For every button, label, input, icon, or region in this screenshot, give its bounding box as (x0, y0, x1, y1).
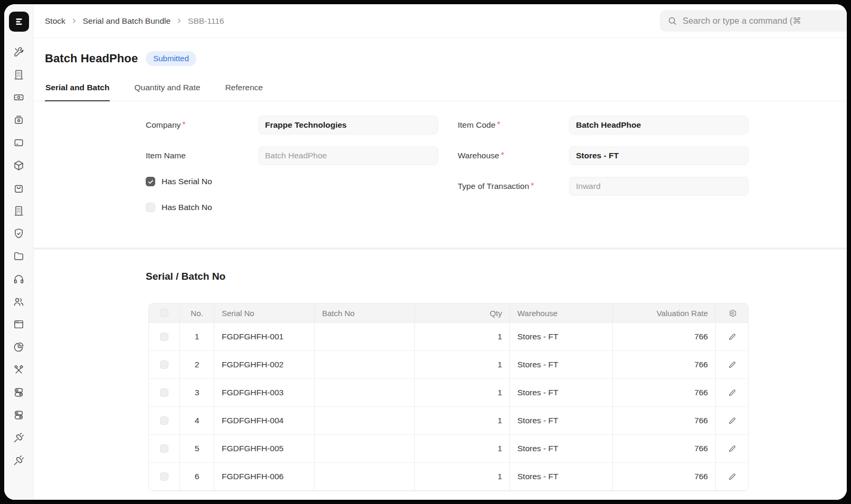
cell-valuation-rate[interactable]: 766 (613, 435, 716, 462)
row-checkbox[interactable] (160, 360, 168, 369)
edit-row-pencil-icon[interactable] (728, 332, 737, 341)
has-batch-no-label: Has Batch No (162, 203, 212, 212)
table-row: 3FGDFGHFH-0031Stores - FT766 (149, 379, 748, 407)
cell-qty[interactable]: 1 (415, 323, 510, 350)
cell-valuation-rate[interactable]: 766 (613, 351, 716, 378)
stock-box-icon[interactable] (13, 159, 25, 172)
sidebar-nav (13, 45, 25, 467)
card-icon[interactable] (13, 136, 25, 149)
required-marker: * (182, 120, 185, 129)
edit-row-pencil-icon[interactable] (728, 388, 737, 397)
search-input[interactable] (683, 16, 847, 26)
cell-warehouse[interactable]: Stores - FT (510, 379, 613, 406)
col-header-no: No. (180, 303, 214, 322)
row-checkbox[interactable] (160, 472, 168, 481)
edit-row-pencil-icon[interactable] (728, 360, 737, 369)
status-badge: Submitted (146, 51, 196, 66)
breadcrumb-serial-and-batch-bundle[interactable]: Serial and Batch Bundle (83, 16, 171, 26)
warehouse-field[interactable] (569, 146, 749, 165)
cell-warehouse[interactable]: Stores - FT (510, 351, 613, 378)
cell-batch-no[interactable] (315, 435, 415, 462)
required-marker: * (497, 120, 500, 129)
edit-row-pencil-icon[interactable] (728, 472, 737, 481)
cell-batch-no[interactable] (315, 351, 415, 378)
cell-warehouse[interactable]: Stores - FT (510, 463, 613, 490)
cell-qty[interactable]: 1 (415, 379, 510, 406)
shield-check-icon[interactable] (13, 227, 25, 240)
toggles-icon[interactable] (13, 386, 25, 398)
cell-serial-no[interactable]: FGDFGHFH-004 (214, 407, 315, 434)
folder-icon[interactable] (13, 250, 25, 262)
col-header-warehouse: Warehouse (510, 303, 613, 322)
company-field[interactable] (258, 116, 438, 135)
sidebar (4, 4, 34, 500)
cell-qty[interactable]: 1 (415, 463, 510, 490)
table-row: 5FGDFGHFH-0051Stores - FT766 (149, 435, 748, 463)
cell-warehouse[interactable]: Stores - FT (510, 435, 613, 462)
shopping-bag-icon[interactable] (13, 182, 25, 194)
row-checkbox[interactable] (160, 416, 168, 425)
pie-chart-icon[interactable] (13, 340, 25, 353)
chevron-right-icon (71, 17, 78, 24)
grid-settings-gear-icon[interactable] (728, 309, 737, 318)
browser-window-icon[interactable] (13, 318, 25, 330)
cell-valuation-rate[interactable]: 766 (613, 323, 716, 350)
cell-no: 6 (180, 463, 214, 490)
cell-warehouse[interactable]: Stores - FT (510, 323, 613, 350)
cell-serial-no[interactable]: FGDFGHFH-003 (214, 379, 315, 406)
plug-icon[interactable] (13, 431, 25, 444)
cell-no: 5 (180, 435, 214, 462)
required-marker: * (531, 182, 534, 191)
breadcrumb-stock[interactable]: Stock (45, 16, 65, 26)
cell-qty[interactable]: 1 (415, 407, 510, 434)
edit-row-pencil-icon[interactable] (728, 444, 737, 453)
select-all-checkbox[interactable] (160, 309, 168, 317)
app-window: Stock Serial and Batch Bundle SBB-1116 B… (4, 4, 847, 500)
edit-row-pencil-icon[interactable] (728, 416, 737, 425)
item-code-field[interactable] (569, 116, 749, 135)
building-icon[interactable] (13, 204, 25, 217)
money-icon[interactable] (13, 91, 25, 103)
headphones-icon[interactable] (13, 272, 25, 285)
has-serial-no-checkbox[interactable] (146, 177, 155, 186)
cell-serial-no[interactable]: FGDFGHFH-005 (214, 435, 315, 462)
main-area: Stock Serial and Batch Bundle SBB-1116 B… (34, 4, 847, 500)
cell-no: 2 (180, 351, 214, 378)
cell-batch-no[interactable] (315, 407, 415, 434)
cell-batch-no[interactable] (315, 379, 415, 406)
search-icon (667, 16, 677, 26)
row-checkbox[interactable] (160, 388, 168, 397)
global-search[interactable] (660, 10, 847, 32)
hammers-icon[interactable] (13, 363, 25, 376)
tab-serial-and-batch[interactable]: Serial and Batch (45, 79, 110, 101)
cell-serial-no[interactable]: FGDFGHFH-001 (214, 323, 315, 350)
cell-serial-no[interactable]: FGDFGHFH-006 (214, 463, 315, 490)
form-section: Company* Item Name Has Serial No (34, 101, 847, 248)
cell-valuation-rate[interactable]: 766 (613, 407, 716, 434)
tools-icon[interactable] (13, 45, 25, 58)
tab-reference[interactable]: Reference (224, 79, 263, 101)
item-name-field[interactable] (258, 146, 438, 165)
erpnext-logo-icon[interactable] (9, 12, 29, 32)
toggles-icon[interactable] (13, 408, 25, 421)
plug-icon[interactable] (13, 454, 25, 467)
type-of-transaction-field[interactable] (569, 177, 749, 196)
serial-batch-grid: No. Serial No Batch No Qty Warehouse Val… (148, 303, 749, 491)
cell-valuation-rate[interactable]: 766 (613, 463, 716, 490)
cell-serial-no[interactable]: FGDFGHFH-002 (214, 351, 315, 378)
has-batch-no-checkbox[interactable] (146, 203, 155, 212)
cell-batch-no[interactable] (315, 323, 415, 350)
cell-qty[interactable]: 1 (415, 435, 510, 462)
cell-qty[interactable]: 1 (415, 351, 510, 378)
row-checkbox[interactable] (160, 444, 168, 453)
cell-no: 3 (180, 379, 214, 406)
cell-warehouse[interactable]: Stores - FT (510, 407, 613, 434)
cell-valuation-rate[interactable]: 766 (613, 379, 716, 406)
cell-batch-no[interactable] (315, 463, 415, 490)
tab-quantity-and-rate[interactable]: Quantity and Rate (134, 79, 201, 101)
building-icon[interactable] (13, 68, 25, 81)
users-icon[interactable] (13, 295, 25, 308)
briefcase-icon[interactable] (13, 113, 25, 126)
table-row: 6FGDFGHFH-0061Stores - FT766 (149, 463, 748, 491)
row-checkbox[interactable] (160, 332, 168, 341)
